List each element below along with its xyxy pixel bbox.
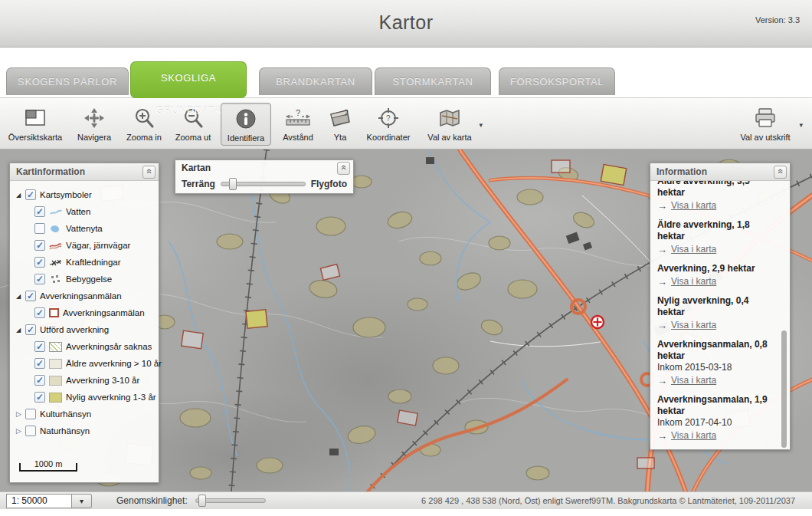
legend-item-vagar[interactable]: Vägar, järnvägar	[15, 237, 154, 254]
tree-expand-icon[interactable]	[16, 326, 25, 334]
tab-skogens-parlor[interactable]: SKOGENS PÄRLOR	[6, 67, 129, 95]
information-panel-title: Information	[650, 163, 790, 181]
legend-label: Bebyggelse	[66, 274, 112, 284]
map-toolbar: Översiktskarta Navigera Zooma in Zooma u…	[0, 98, 812, 150]
show-on-map-link[interactable]: Visa i karta	[657, 243, 778, 255]
coordinates-button[interactable]: ? Koordinater	[360, 103, 417, 146]
tree-collapsed-icon[interactable]	[16, 410, 25, 418]
measure-distance-icon: ?	[276, 106, 320, 130]
arrow-right-icon	[657, 276, 667, 288]
legend-label: Avverkningsanmälan	[40, 291, 122, 301]
tan-swatch	[49, 376, 62, 386]
layer-checkbox[interactable]	[34, 206, 45, 217]
legend-group-avverkningsanmalan[interactable]: Avverkningsanmälan	[15, 288, 154, 304]
map-select-dropdown-caret[interactable]	[479, 121, 483, 129]
tab-stormkartan[interactable]: STORMKARTAN	[375, 67, 491, 95]
layer-checkbox[interactable]	[25, 426, 36, 436]
show-on-map-link[interactable]: Visa i karta	[657, 275, 778, 288]
tab-skogliga-grunddata[interactable]: SKOGLIGA GRUNDDATA	[130, 61, 247, 98]
link-label: Visa i karta	[671, 375, 716, 386]
layer-checkbox[interactable]	[34, 274, 45, 284]
legend-panel-title: Kartinformation	[10, 163, 159, 181]
layer-checkbox[interactable]	[34, 392, 45, 403]
transparency-label: Genomskinlighet:	[116, 495, 188, 506]
information-panel: Information Äldre avverkning, 3,5 hektar…	[650, 163, 791, 450]
legend-item-kraftledningar[interactable]: Kraftledningar	[15, 254, 154, 271]
layer-checkbox[interactable]	[34, 341, 45, 352]
tree-expand-icon[interactable]	[16, 191, 25, 199]
layer-checkbox[interactable]	[25, 291, 36, 301]
collapse-panel-icon[interactable]	[142, 166, 156, 179]
show-on-map-link[interactable]: Visa i karta	[657, 319, 778, 331]
legend-group-utford-avverkning[interactable]: Utförd avverkning	[15, 321, 154, 338]
pan-arrows-icon	[70, 106, 118, 130]
legend-item-nylig[interactable]: Nylig avverkning 1-3 år	[15, 389, 154, 406]
chevron-down-icon[interactable]	[72, 494, 92, 508]
basemap-slider-handle[interactable]	[229, 178, 237, 190]
transparency-slider-handle[interactable]	[198, 495, 206, 507]
layer-checkbox[interactable]	[34, 257, 45, 268]
toolbar-label: Zooma in	[121, 133, 167, 142]
information-panel-header: Information	[650, 163, 790, 181]
identify-info-icon	[221, 107, 270, 131]
pan-button[interactable]: Navigera	[70, 103, 118, 146]
legend-group-kulturhansyn[interactable]: Kulturhänsyn	[15, 406, 154, 422]
legend-item-vatten[interactable]: Vatten	[15, 203, 154, 220]
show-on-map-link[interactable]: Visa i karta	[657, 199, 778, 212]
layer-checkbox[interactable]	[34, 223, 45, 234]
info-result-item: Avverkningsanmalan, 1,9 hektar Inkom 201…	[657, 394, 778, 442]
layer-checkbox[interactable]	[25, 189, 36, 200]
app-header: Kartor Version: 3.3	[0, 0, 812, 48]
tree-expand-icon[interactable]	[16, 292, 25, 300]
legend-item-3-10[interactable]: Avverkning 3-10 år	[15, 372, 154, 389]
show-on-map-link[interactable]: Visa i karta	[657, 429, 778, 442]
legend-label: Vatten	[66, 207, 90, 216]
distance-button[interactable]: ? Avstånd	[276, 103, 320, 146]
arrow-right-icon	[657, 430, 667, 442]
link-label: Visa i karta	[671, 244, 716, 255]
collapse-panel-icon[interactable]	[774, 166, 787, 179]
legend-item-ar-saknas[interactable]: Avverkningsår saknas	[15, 338, 154, 355]
map-select-button[interactable]: Val av karta	[420, 103, 480, 146]
svg-text:?: ?	[386, 114, 391, 123]
print-select-button[interactable]: Val av utskrift	[729, 103, 801, 146]
area-button[interactable]: ? Yta	[323, 103, 357, 146]
toolbar-label: Avstånd	[276, 133, 320, 142]
legend-item-aldre[interactable]: Äldre avverkning > 10 år	[15, 355, 154, 372]
roads-swatch	[49, 241, 62, 251]
tab-brandkartan[interactable]: BRANDKARTAN	[259, 67, 372, 95]
layer-checkbox[interactable]	[25, 324, 36, 335]
layer-checkbox[interactable]	[34, 358, 45, 369]
identify-button[interactable]: Identifiera	[221, 103, 271, 146]
red-outline-swatch	[49, 308, 59, 317]
print-dropdown-caret[interactable]	[799, 121, 803, 129]
info-scrollbar-thumb[interactable]	[781, 330, 787, 448]
information-list: Äldre avverkning, 3,5 hektar Visa i kart…	[650, 181, 790, 450]
scalebar	[19, 461, 77, 472]
layer-checkbox[interactable]	[25, 409, 36, 419]
yellowgreen-swatch	[49, 393, 62, 403]
legend-group-naturhansyn[interactable]: Naturhänsyn	[15, 422, 154, 439]
legend-item-vattenyta[interactable]: Vattenyta	[15, 220, 154, 237]
legend-item-avverkningsanmalan[interactable]: Avverkningsanmälan	[15, 304, 154, 321]
legend-group-kartsymboler[interactable]: Kartsymboler	[15, 186, 154, 203]
link-label: Visa i karta	[671, 320, 716, 330]
show-on-map-link[interactable]: Visa i karta	[657, 374, 778, 386]
collapse-panel-icon[interactable]	[337, 162, 350, 175]
toolbar-label: Yta	[323, 133, 357, 142]
scale-select[interactable]: 1: 50000	[6, 494, 92, 508]
tab-forsoksportal[interactable]: FÖRSÖKSPORTAL	[499, 67, 615, 95]
legend-item-bebyggelse[interactable]: Bebyggelse	[15, 271, 154, 288]
scale-value[interactable]: 1: 50000	[6, 494, 72, 508]
coordinates-status-text: 6 298 429 , 438 538 (Nord, Öst) enligt S…	[421, 496, 795, 505]
tree-collapsed-icon[interactable]	[16, 427, 25, 435]
layer-checkbox[interactable]	[34, 307, 45, 318]
basemap-slider[interactable]	[221, 182, 306, 186]
layer-checkbox[interactable]	[34, 375, 45, 386]
layer-checkbox[interactable]	[34, 240, 45, 251]
overview-map-button[interactable]: Översiktskarta	[5, 103, 66, 146]
transparency-slider[interactable]	[195, 498, 266, 503]
legend-label: Kraftledningar	[66, 258, 121, 267]
result-title: Äldre avverkning, 3,5 hektar	[657, 181, 778, 199]
result-date: Inkom 2017-04-10	[657, 417, 778, 429]
